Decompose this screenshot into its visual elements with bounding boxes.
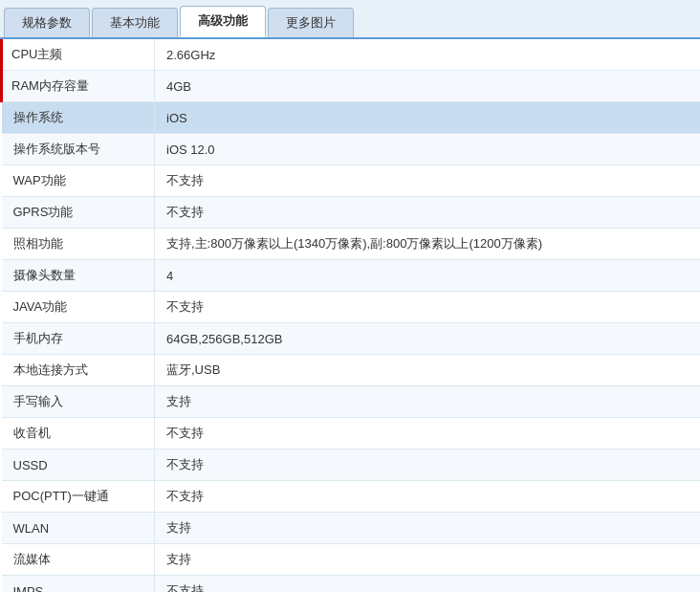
spec-value: 支持 — [155, 513, 701, 544]
spec-label: 本地连接方式 — [2, 355, 155, 386]
spec-label: 摄像头数量 — [2, 260, 155, 292]
spec-label: 收音机 — [2, 418, 155, 449]
tab-specs[interactable]: 规格参数 — [4, 8, 90, 37]
spec-value: 蓝牙,USB — [155, 355, 701, 386]
spec-label: GPRS功能 — [2, 197, 155, 229]
spec-label: 操作系统 — [2, 102, 155, 134]
spec-value: 64GB,256GB,512GB — [155, 323, 701, 355]
spec-value: 4 — [155, 260, 701, 292]
spec-label: 手机内存 — [2, 323, 155, 355]
spec-value: 不支持 — [155, 165, 701, 197]
spec-table: CPU主频2.66GHzRAM内存容量4GB操作系统iOS操作系统版本号iOS … — [0, 39, 700, 592]
tab-more-images[interactable]: 更多图片 — [268, 8, 354, 37]
spec-value: 不支持 — [155, 418, 701, 449]
content-area: CPU主频2.66GHzRAM内存容量4GB操作系统iOS操作系统版本号iOS … — [0, 39, 700, 592]
spec-value: 不支持 — [155, 292, 701, 323]
spec-label: 操作系统版本号 — [2, 134, 155, 165]
spec-label: CPU主频 — [2, 39, 155, 71]
spec-value: 不支持 — [155, 576, 701, 593]
tab-advanced[interactable]: 高级功能 — [180, 6, 266, 37]
spec-value: 支持,主:800万像素以上(1340万像素),副:800万像素以上(1200万像… — [155, 229, 701, 260]
tabs-bar: 规格参数 基本功能 高级功能 更多图片 — [0, 0, 700, 39]
spec-label: RAM内存容量 — [2, 71, 155, 102]
tab-basic[interactable]: 基本功能 — [92, 8, 178, 37]
spec-label: JAVA功能 — [2, 292, 155, 323]
spec-label: IMPS — [2, 576, 155, 593]
spec-value: 不支持 — [155, 197, 701, 229]
spec-value: iOS — [155, 102, 701, 134]
spec-label: WAP功能 — [2, 165, 155, 197]
spec-label: USSD — [2, 449, 155, 481]
spec-value: iOS 12.0 — [155, 134, 701, 165]
spec-label: POC(PTT)一键通 — [2, 481, 155, 513]
spec-value: 不支持 — [155, 481, 701, 513]
spec-label: 流媒体 — [2, 544, 155, 576]
spec-value: 支持 — [155, 386, 701, 418]
spec-value: 支持 — [155, 544, 701, 576]
spec-label: 手写输入 — [2, 386, 155, 418]
spec-label: 照相功能 — [2, 229, 155, 260]
spec-value: 4GB — [155, 71, 701, 102]
spec-value: 2.66GHz — [155, 39, 701, 71]
spec-value: 不支持 — [155, 449, 701, 481]
spec-label: WLAN — [2, 513, 155, 544]
